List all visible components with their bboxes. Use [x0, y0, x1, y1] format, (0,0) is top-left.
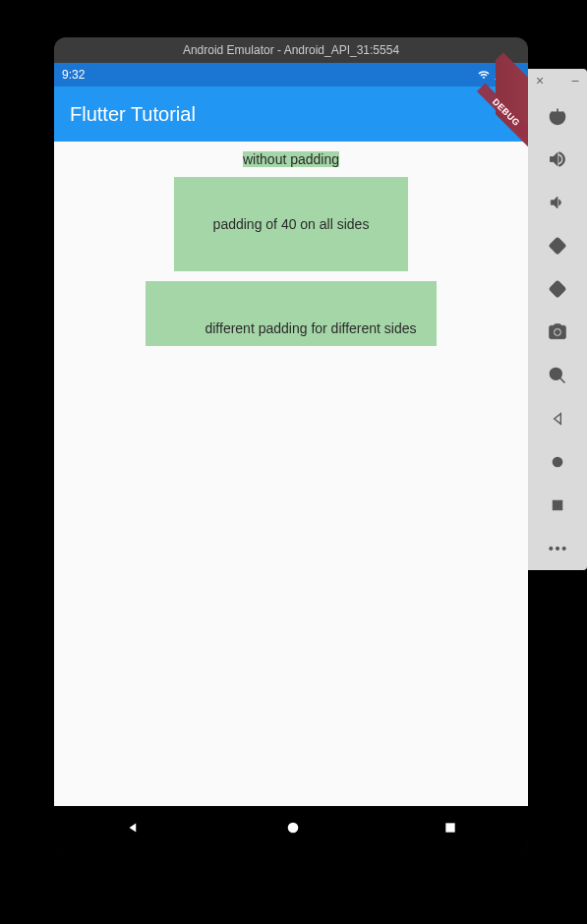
- sidebar-back-button[interactable]: [548, 409, 567, 429]
- emulator-title-bar[interactable]: Android Emulator - Android_API_31:5554: [54, 37, 528, 63]
- recent-button[interactable]: [443, 821, 457, 838]
- svg-rect-10: [553, 500, 561, 509]
- text-no-padding: without padding: [243, 151, 339, 167]
- debug-label: DEBUG: [477, 84, 528, 142]
- power-button[interactable]: [548, 106, 567, 126]
- svg-point-9: [553, 457, 561, 466]
- svg-point-11: [550, 547, 553, 549]
- zoom-button[interactable]: [548, 366, 567, 385]
- text-padding-varied: different padding for different sides: [205, 320, 416, 336]
- volume-down-button[interactable]: [548, 193, 567, 212]
- app-bar: Flutter Tutorial DEBUG: [54, 87, 528, 142]
- rotate-left-button[interactable]: [548, 236, 567, 256]
- container-padding-varied: different padding for different sides: [146, 281, 436, 346]
- more-button[interactable]: [548, 539, 567, 558]
- emulator-sidebar: × −: [528, 69, 587, 570]
- android-nav-bar: [54, 806, 528, 853]
- emulator-window: Android Emulator - Android_API_31:5554 9…: [54, 37, 528, 853]
- sidebar-window-controls: × −: [528, 69, 587, 92]
- svg-point-0: [288, 823, 299, 834]
- text-padding-40: padding of 40 on all sides: [213, 216, 370, 232]
- svg-point-13: [562, 547, 565, 549]
- close-icon[interactable]: ×: [536, 73, 544, 88]
- status-bar: 9:32: [54, 63, 528, 87]
- emulator-title: Android Emulator - Android_API_31:5554: [183, 43, 399, 57]
- svg-point-12: [556, 547, 558, 549]
- volume-up-button[interactable]: [548, 149, 567, 169]
- rotate-right-button[interactable]: [548, 279, 567, 299]
- back-button[interactable]: [125, 819, 143, 840]
- app-title: Flutter Tutorial: [70, 103, 196, 126]
- svg-rect-1: [445, 823, 454, 832]
- app-body: without padding padding of 40 on all sid…: [54, 142, 528, 806]
- device-screen: 9:32 Flutter Tutorial DEBUG without padd…: [54, 63, 528, 853]
- svg-rect-2: [550, 238, 565, 254]
- sidebar-home-button[interactable]: [548, 452, 567, 472]
- container-padding-40: padding of 40 on all sides: [174, 177, 409, 271]
- svg-rect-3: [550, 281, 565, 297]
- home-button[interactable]: [285, 820, 301, 839]
- sidebar-overview-button[interactable]: [548, 495, 567, 515]
- status-time: 9:32: [62, 68, 85, 82]
- screenshot-button[interactable]: [548, 322, 567, 342]
- container-no-padding: without padding: [243, 151, 339, 167]
- minimize-icon[interactable]: −: [571, 73, 579, 88]
- svg-line-6: [560, 378, 565, 383]
